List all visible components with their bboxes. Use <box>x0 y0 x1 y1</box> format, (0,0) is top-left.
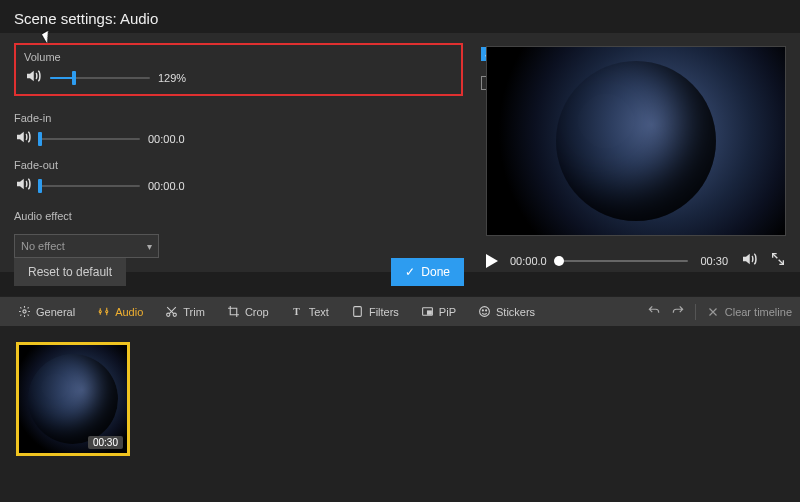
clip-duration-badge: 00:30 <box>88 436 123 449</box>
volume-slider[interactable] <box>50 72 150 84</box>
audio-effect-selected: No effect <box>21 240 65 252</box>
fade-in-group: Fade-in 00:00.0 <box>14 112 463 149</box>
preview-seek-slider[interactable] <box>559 256 689 266</box>
tab-label: Crop <box>245 306 269 318</box>
tab-pip[interactable]: PiP <box>411 297 466 326</box>
audio-effect-select[interactable]: No effect ▾ <box>14 234 159 258</box>
fade-out-value: 00:00.0 <box>148 180 188 192</box>
clear-timeline-label: Clear timeline <box>725 306 792 318</box>
fade-in-label: Fade-in <box>14 112 463 124</box>
tab-label: Filters <box>369 306 399 318</box>
timeline-clip[interactable]: 00:30 <box>16 342 130 456</box>
check-icon: ✓ <box>405 265 415 279</box>
volume-group: Volume 129% <box>14 43 463 96</box>
svg-point-0 <box>23 310 26 313</box>
tab-stickers[interactable]: Stickers <box>468 297 545 326</box>
tab-label: Text <box>309 306 329 318</box>
play-icon <box>486 254 498 268</box>
cursor-icon <box>42 31 53 43</box>
undo-button[interactable] <box>647 304 661 320</box>
divider <box>695 304 696 320</box>
tab-label: Trim <box>183 306 205 318</box>
chevron-down-icon: ▾ <box>147 241 152 252</box>
timeline[interactable]: 00:30 <box>0 326 800 502</box>
preview-panel: 00:00.0 00:30 <box>486 46 786 271</box>
clear-timeline-button[interactable]: Clear timeline <box>706 305 792 319</box>
speaker-icon[interactable] <box>14 128 32 149</box>
play-button[interactable] <box>486 254 498 268</box>
fade-out-slider[interactable] <box>40 180 140 192</box>
volume-label: Volume <box>24 51 453 63</box>
redo-button[interactable] <box>671 304 685 320</box>
done-label: Done <box>421 265 450 279</box>
fade-out-group: Fade-out 00:00.0 <box>14 159 463 196</box>
tab-audio[interactable]: Audio <box>87 297 153 326</box>
svg-point-10 <box>482 310 483 311</box>
preview-duration: 00:30 <box>700 255 728 267</box>
tab-general[interactable]: General <box>8 297 85 326</box>
preview-current-time: 00:00.0 <box>510 255 547 267</box>
tab-label: Stickers <box>496 306 535 318</box>
tab-text[interactable]: T Text <box>281 297 339 326</box>
tab-label: General <box>36 306 75 318</box>
tab-bar: General Audio Trim Crop T Text Filters P… <box>0 296 800 326</box>
svg-point-2 <box>106 310 108 312</box>
volume-value: 129% <box>158 72 198 84</box>
tab-trim[interactable]: Trim <box>155 297 215 326</box>
svg-point-11 <box>486 310 487 311</box>
speaker-icon[interactable] <box>24 67 42 88</box>
done-button[interactable]: ✓ Done <box>391 258 464 286</box>
tab-label: PiP <box>439 306 456 318</box>
fullscreen-icon[interactable] <box>770 251 786 270</box>
speaker-icon[interactable] <box>14 175 32 196</box>
audio-effect-label: Audio effect <box>14 210 463 222</box>
svg-point-1 <box>99 310 101 312</box>
page-title: Scene settings: Audio <box>0 0 800 33</box>
svg-rect-8 <box>427 311 431 314</box>
svg-rect-6 <box>354 307 362 317</box>
svg-text:T: T <box>293 306 300 317</box>
fade-in-value: 00:00.0 <box>148 133 188 145</box>
fade-in-slider[interactable] <box>40 133 140 145</box>
reset-button[interactable]: Reset to default <box>14 258 126 286</box>
tab-label: Audio <box>115 306 143 318</box>
tab-crop[interactable]: Crop <box>217 297 279 326</box>
tab-filters[interactable]: Filters <box>341 297 409 326</box>
svg-point-9 <box>480 307 490 317</box>
preview-volume-icon[interactable] <box>740 250 758 271</box>
preview-canvas[interactable] <box>486 46 786 236</box>
fade-out-label: Fade-out <box>14 159 463 171</box>
